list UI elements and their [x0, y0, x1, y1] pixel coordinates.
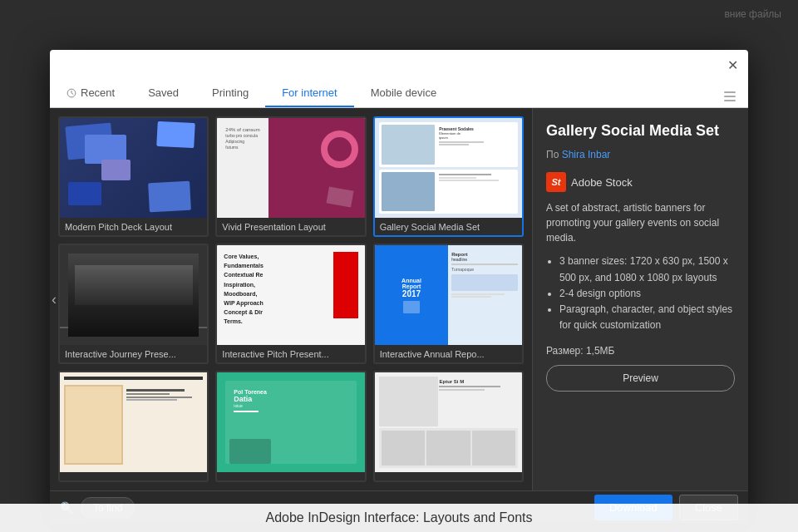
template-gallery-social[interactable]: Praesent Sodales Elementum de ipsum — [373, 116, 524, 237]
nav-prev-arrow[interactable]: ‹ — [52, 291, 57, 308]
template-label-2: Vivid Presentation Layout — [217, 218, 364, 236]
detail-size: Размер: 1,5МБ — [546, 345, 735, 357]
stock-icon: St — [546, 172, 566, 192]
detail-panel: Gallery Social Media Set По Shira Inbar … — [532, 108, 748, 490]
detail-description: A set of abstract, artistic banners for … — [546, 200, 735, 245]
watermark: Adobe InDesign Interface: Layouts and Fo… — [0, 504, 798, 532]
template-label-6: Interactive Annual Repo... — [375, 345, 522, 363]
template-7[interactable] — [58, 371, 209, 482]
template-label-8 — [217, 472, 364, 480]
grid-icon — [702, 90, 715, 103]
svg-rect-6 — [709, 91, 714, 96]
templates-grid: ‹ Modern Pitch Dec — [50, 108, 532, 490]
list-view-button[interactable] — [720, 86, 740, 106]
template-annual-report[interactable]: Annual Report 2017 Report headline Turna… — [373, 244, 524, 364]
dialog-header: ✕ — [50, 50, 748, 80]
tab-internet[interactable]: For internet — [265, 80, 353, 107]
adobe-stock-badge: St Adobe Stock — [546, 172, 735, 192]
clock-icon — [66, 88, 76, 98]
template-label-5: Interactive Pitch Present... — [217, 345, 364, 363]
svg-rect-7 — [702, 97, 707, 102]
template-9[interactable]: Eptur Si M — [373, 371, 524, 482]
tab-printing[interactable]: Printing — [195, 80, 265, 107]
preview-button[interactable]: Preview — [546, 365, 735, 392]
dialog-close-icon[interactable]: ✕ — [725, 57, 740, 72]
tab-mobile[interactable]: Mobile device — [354, 80, 454, 107]
detail-bullets: 3 banner sizes: 1720 x 630 px, 1500 x 50… — [546, 254, 735, 333]
bullet-1: 3 banner sizes: 1720 x 630 px, 1500 x 50… — [559, 254, 735, 285]
tab-recent[interactable]: Recent — [50, 80, 131, 107]
template-vivid-presentation[interactable]: 24% of cansum turbo pro concula Adipisci… — [215, 116, 366, 237]
stock-label: Adobe Stock — [571, 176, 633, 189]
svg-rect-9 — [724, 91, 736, 93]
tab-saved[interactable]: Saved — [131, 80, 195, 107]
svg-rect-8 — [709, 97, 714, 102]
files-label: вние файлы — [724, 8, 781, 20]
list-icon — [723, 90, 736, 103]
template-8[interactable]: Pol Torenea Datia ioiue — [215, 371, 366, 482]
bullet-2: 2-4 design options — [559, 286, 735, 302]
template-label-1: Modern Pitch Deck Layout — [60, 218, 207, 236]
detail-author: По Shira Inbar — [546, 149, 735, 160]
view-toggle — [698, 86, 740, 106]
tabs-bar: Recent Saved Printing For internet Mobil… — [50, 80, 748, 108]
svg-rect-5 — [702, 91, 707, 96]
bullet-3: Paragraph, character, and object styles … — [559, 302, 735, 333]
template-modern-pitch[interactable]: Modern Pitch Deck Layout — [58, 116, 209, 237]
svg-line-4 — [71, 93, 73, 95]
dialog-overlay: ✕ Recent Saved Printing For internet — [0, 33, 798, 532]
template-interactive-pitch[interactable]: Core Values, Fundamentals Contextual Re … — [215, 244, 366, 364]
template-journey[interactable]: Interactive Journey Prese... — [58, 244, 209, 364]
template-label-3: Gallery Social Media Set — [375, 218, 522, 236]
new-document-dialog: ✕ Recent Saved Printing For internet — [50, 50, 748, 524]
svg-rect-10 — [724, 96, 736, 97]
detail-title: Gallery Social Media Set — [546, 121, 735, 140]
template-label-7 — [60, 472, 207, 480]
template-label-4: Interactive Journey Prese... — [60, 345, 207, 363]
svg-rect-11 — [724, 100, 736, 101]
grid-view-button[interactable] — [698, 86, 718, 106]
template-label-9 — [375, 472, 522, 480]
detail-author-name: Shira Inbar — [562, 149, 611, 160]
dialog-body: ‹ Modern Pitch Dec — [50, 108, 748, 490]
